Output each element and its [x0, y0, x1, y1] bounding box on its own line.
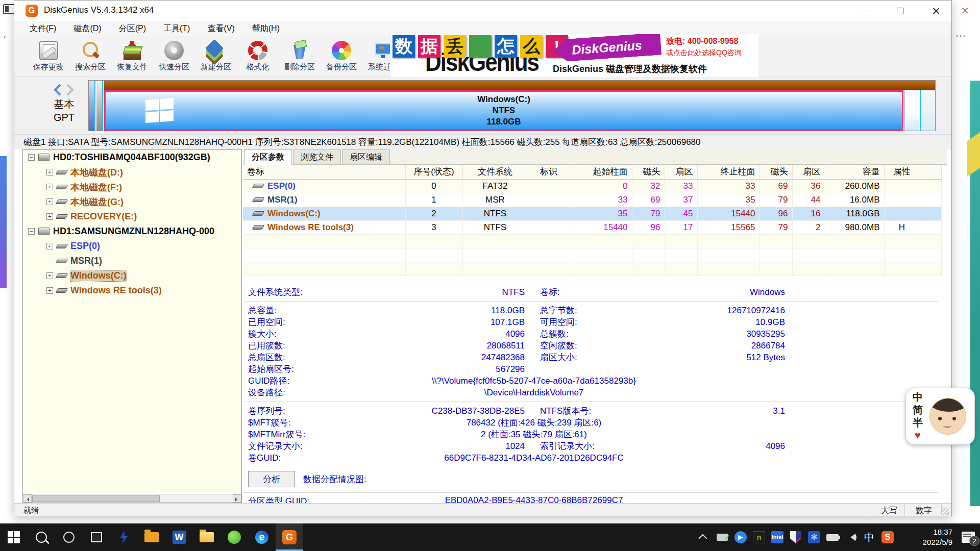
volume-icon	[252, 225, 265, 230]
window-title: DiskGenius V5.4.3.1342 x64	[44, 5, 154, 15]
taskbar-clock[interactable]: 18:37 2022/5/9	[903, 527, 952, 547]
minimize-button[interactable]	[849, 1, 879, 21]
collapse-icon[interactable]	[28, 228, 35, 235]
scroll-right-icon[interactable]	[233, 494, 241, 503]
expand-icon[interactable]	[46, 272, 53, 279]
notification-center-button[interactable]: 2	[961, 527, 976, 547]
partition-block-esp[interactable]	[89, 81, 95, 131]
recover-files-button[interactable]: 恢复文件	[111, 36, 153, 76]
tray-expand-button[interactable]	[696, 527, 712, 547]
taskbar-app-folder[interactable]	[138, 523, 165, 551]
taskbar-search-button[interactable]	[28, 523, 55, 551]
ime-mode-labels: 中 简 半 ♥	[906, 391, 929, 442]
menu-tools[interactable]: 工具(T)	[163, 23, 190, 34]
tree-item-local-d[interactable]: 本地磁盘(D:)	[23, 165, 241, 180]
next-disk-icon[interactable]	[66, 84, 75, 96]
tab-browse-files[interactable]: 浏览文件	[293, 149, 341, 164]
volume-icon	[56, 170, 68, 174]
background-close-icon[interactable]: ✕	[959, 4, 972, 17]
tab-sector-edit[interactable]: 扇区编辑	[342, 149, 390, 164]
scrollbar-thumb[interactable]	[32, 495, 160, 502]
table-row-msr[interactable]: MSR(1) 1 MSR 33 69 37 35 79 44 16.0MB	[243, 193, 941, 207]
expand-icon[interactable]	[46, 184, 53, 190]
tray-snowflake[interactable]: ✻	[806, 527, 822, 547]
tray-sogou[interactable]: S	[880, 527, 895, 547]
collapse-icon[interactable]	[28, 154, 35, 161]
detail-row: $MFTMirr簇号:2 (柱面:35 磁头:79 扇区:61)	[243, 429, 947, 440]
tray-intel[interactable]: intel	[770, 527, 785, 547]
taskbar-app-word[interactable]: W	[165, 523, 193, 551]
tree-item-local-f[interactable]: 本地磁盘(F:)	[23, 180, 241, 194]
menu-file[interactable]: 文件(F)	[30, 23, 56, 34]
cortana-button[interactable]	[55, 523, 83, 551]
expand-icon[interactable]	[46, 213, 53, 220]
tray-nvidia[interactable]: n	[751, 527, 767, 547]
expand-icon[interactable]	[46, 287, 53, 294]
task-view-button[interactable]	[83, 523, 110, 551]
delete-partition-button[interactable]: 删除分区	[279, 36, 321, 76]
prev-disk-icon[interactable]	[53, 84, 61, 96]
taskbar-app-edge[interactable]: e	[248, 523, 276, 551]
tree-item-windows-re[interactable]: Windows RE tools(3)	[23, 283, 241, 298]
start-button[interactable]	[0, 523, 28, 551]
menu-disk[interactable]: 磁盘(D)	[74, 23, 101, 34]
tray-thunder[interactable]: ▶	[733, 527, 748, 547]
table-row-esp[interactable]: ESP(0) 0 FAT32 0 32 33 33 69 36 260.0MB	[243, 179, 941, 193]
taskbar-app-browser-green[interactable]	[220, 523, 248, 551]
tree-item-local-g[interactable]: 本地磁盘(G:)	[23, 194, 241, 209]
backup-partition-button[interactable]: 备份分区	[321, 36, 362, 76]
table-empty-row	[243, 262, 941, 276]
tray-input-method[interactable]: 中	[862, 527, 877, 547]
analyze-button[interactable]: 分析	[248, 471, 295, 487]
tree-item-hd1[interactable]: HD1:SAMSUNGMZNLN128HAHQ-000	[23, 224, 241, 239]
taskbar-app-explorer[interactable]	[193, 523, 220, 551]
background-strip	[0, 516, 980, 523]
tray-volume[interactable]	[843, 527, 859, 547]
menu-partition[interactable]: 分区(P)	[119, 23, 146, 34]
new-partition-button[interactable]: 新建分区	[195, 36, 237, 76]
tree-item-recovery-e[interactable]: RECOVERY(E:)	[23, 209, 241, 224]
quick-partition-button[interactable]: 快速分区	[153, 36, 195, 76]
partition-block-windows-c[interactable]: Windows(C:) NTFS 118.0GB	[104, 90, 903, 131]
tree-item-esp[interactable]: ESP(0)	[23, 239, 241, 254]
tree-item-msr[interactable]: MSR(1)	[23, 254, 241, 268]
security-shield-icon	[790, 531, 801, 543]
save-changes-button[interactable]: 保存更改	[28, 36, 69, 76]
bird-app-icon: ▶	[734, 531, 747, 543]
table-row-windows-c-selected[interactable]: Windows(C:) 2 NTFS 35 79 45 15440 96 16 …	[243, 207, 941, 220]
file-explorer-icon	[200, 532, 214, 542]
partition-block-msr[interactable]	[96, 81, 103, 131]
detail-row: 卷序列号:C238-DB37-38DB-28E5 NTFS版本号:3.1	[243, 405, 947, 417]
tray-security[interactable]	[788, 527, 803, 547]
menu-view[interactable]: 查看(V)	[207, 23, 234, 34]
expand-icon[interactable]	[46, 243, 53, 249]
format-button[interactable]: 格式化	[237, 36, 279, 76]
expand-icon[interactable]	[46, 169, 53, 176]
table-row-windows-re[interactable]: Windows RE tools(3) 3 NTFS 15440 96 17 1…	[243, 220, 941, 234]
close-button[interactable]	[921, 1, 950, 21]
resize-grip[interactable]	[942, 508, 949, 515]
scroll-left-icon[interactable]	[23, 494, 32, 503]
background-more-icon[interactable]: ⋯	[955, 30, 967, 42]
taskbar-app-diskgenius-active[interactable]: G	[276, 523, 303, 551]
tray-printer[interactable]	[715, 527, 730, 547]
maximize-button[interactable]	[885, 1, 915, 21]
taskbar-app-lightning[interactable]	[110, 523, 138, 551]
partition-block-re-tools[interactable]	[904, 90, 919, 131]
tree-horizontal-scrollbar[interactable]	[23, 494, 241, 503]
disk-nav-arrows[interactable]	[46, 82, 82, 97]
search-partition-button[interactable]: 搜索分区	[69, 36, 111, 76]
expand-icon[interactable]	[46, 198, 53, 205]
menu-help[interactable]: 帮助(H)	[252, 23, 280, 34]
recover-files-icon	[122, 41, 142, 60]
ad-banner[interactable]: DiskGenius 数 据 丢 怎 么 ! DiskGenius 致电: 40…	[390, 34, 758, 77]
tree-item-windows-c[interactable]: Windows(C:)	[23, 268, 241, 283]
tray-battery[interactable]	[825, 527, 840, 547]
intel-icon: intel	[771, 531, 783, 543]
ime-status-widget[interactable]: 中 简 半 ♥	[905, 388, 975, 445]
banner-qq-link[interactable]: 或点击此处选择QQ咨询	[666, 48, 757, 58]
tree-item-hd0[interactable]: HD0:TOSHIBAMQ04ABF100(932GB)	[23, 150, 241, 165]
back-arrow-icon[interactable]: ←	[2, 29, 13, 42]
volume-icon	[56, 288, 68, 293]
tab-partition-params[interactable]: 分区参数	[244, 149, 292, 165]
